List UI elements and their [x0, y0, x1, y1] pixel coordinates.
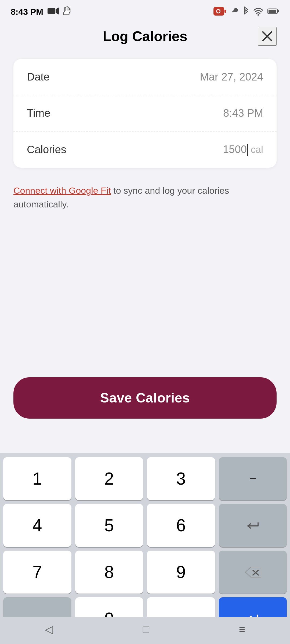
svg-point-6	[258, 14, 259, 16]
status-bar: 8:43 PM	[0, 0, 290, 21]
status-icons-right	[213, 6, 279, 17]
svg-point-4	[217, 10, 220, 13]
calories-label: Calories	[27, 144, 66, 156]
record-icon	[213, 7, 227, 17]
nav-menu-icon[interactable]: ≡	[239, 623, 245, 635]
key-8[interactable]: 8	[75, 551, 143, 594]
nav-home-icon[interactable]: □	[143, 623, 149, 635]
keyboard-row-2: 4 5 6	[3, 504, 287, 547]
google-fit-section: Connect with Google Fit to sync and log …	[0, 176, 290, 219]
video-icon	[48, 7, 59, 17]
close-button[interactable]	[258, 27, 277, 46]
date-label: Date	[27, 71, 50, 83]
page-title: Log Calories	[32, 28, 258, 44]
svg-rect-9	[269, 10, 276, 13]
key-9[interactable]: 9	[147, 551, 215, 594]
time-value: 8:43 PM	[223, 107, 263, 119]
key-6[interactable]: 6	[147, 504, 215, 547]
nav-bar: ◁ □ ≡	[0, 617, 290, 644]
time-label: Time	[27, 107, 50, 119]
keyboard-row-1: 1 2 3 −	[3, 457, 287, 500]
google-fit-text: Connect with Google Fit to sync and log …	[13, 184, 277, 211]
key-7[interactable]: 7	[3, 551, 71, 594]
key-3[interactable]: 3	[147, 457, 215, 500]
save-button-container: Save Calories	[0, 377, 290, 419]
svg-marker-1	[56, 8, 59, 14]
key-4[interactable]: 4	[3, 504, 71, 547]
key-return[interactable]	[219, 504, 287, 547]
calories-row[interactable]: Calories 1500 cal	[13, 131, 277, 168]
calories-value: 1500	[223, 143, 248, 156]
svg-rect-0	[48, 8, 55, 14]
key-backspace[interactable]	[219, 551, 287, 594]
wifi-icon	[253, 7, 264, 17]
svg-rect-8	[277, 10, 279, 12]
keyboard-row-3: 7 8 9	[3, 551, 287, 594]
keyboard: 1 2 3 − 4 5 6 7 8 9 , 0 .	[0, 453, 290, 644]
key-minus[interactable]: −	[219, 457, 287, 500]
key-icon	[230, 7, 239, 17]
date-value: Mar 27, 2024	[200, 71, 263, 83]
bluetooth-icon	[243, 6, 249, 17]
date-row[interactable]: Date Mar 27, 2024	[13, 59, 277, 95]
key-5[interactable]: 5	[75, 504, 143, 547]
nav-back-icon[interactable]: ◁	[45, 623, 53, 635]
battery-icon	[267, 8, 279, 16]
status-time: 8:43 PM	[11, 7, 43, 17]
svg-rect-5	[224, 10, 226, 13]
time-row[interactable]: Time 8:43 PM	[13, 95, 277, 131]
hand-icon	[63, 6, 71, 18]
form-card: Date Mar 27, 2024 Time 8:43 PM Calories …	[13, 59, 277, 168]
header: Log Calories	[0, 21, 290, 51]
key-2[interactable]: 2	[75, 457, 143, 500]
calories-unit: cal	[251, 144, 263, 155]
key-1[interactable]: 1	[3, 457, 71, 500]
save-calories-button[interactable]: Save Calories	[13, 377, 277, 419]
google-fit-link[interactable]: Connect with Google Fit	[13, 185, 111, 196]
